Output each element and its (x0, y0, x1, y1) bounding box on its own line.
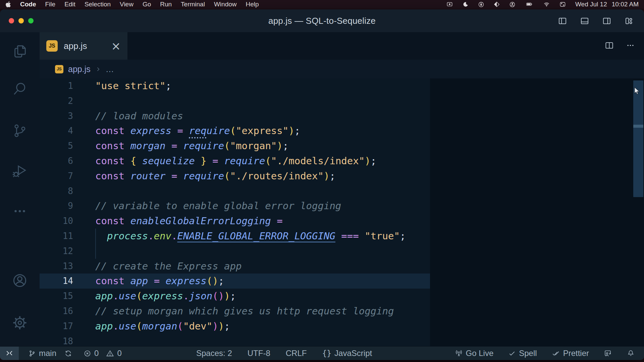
spell-status[interactable]: Spell (508, 349, 537, 358)
run-debug-icon[interactable] (0, 162, 40, 180)
code-text: const enableGlobalErrorLogging = (73, 214, 283, 229)
code-line-15[interactable]: 15app.use(express.json()); (40, 289, 644, 304)
tab-appjs[interactable]: JS app.js × (40, 32, 127, 60)
dark-mode-icon[interactable] (463, 1, 469, 7)
breadcrumb-file[interactable]: app.js (68, 64, 91, 74)
sync-icon[interactable] (64, 350, 72, 357)
problems-status[interactable]: 0 0 (84, 349, 122, 358)
menubar-left: CodeFileEditSelectionViewGoRunTerminalWi… (5, 1, 259, 8)
apple-menu-icon[interactable] (5, 1, 11, 8)
statusbar-center: Spaces: 2 UTF-8 CRLF {} JavaScript (196, 347, 372, 360)
menu-item-selection[interactable]: Selection (85, 1, 111, 8)
control-center-icon[interactable] (559, 1, 566, 7)
customize-layout-icon[interactable] (624, 16, 634, 25)
screen-record-icon[interactable] (446, 1, 453, 7)
code-line-2[interactable]: 2 (40, 94, 644, 109)
code-line-11[interactable]: 11 process.env.ENABLE_GLOBAL_ERROR_LOGGI… (40, 229, 644, 244)
code-text (73, 184, 95, 199)
language-status[interactable]: {} JavaScript (322, 349, 372, 358)
wifi-icon[interactable] (543, 1, 550, 7)
menu-item-window[interactable]: Window (214, 1, 237, 8)
toggle-primary-sidebar-icon[interactable] (557, 16, 568, 25)
line-number: 15 (40, 289, 73, 304)
settings-gear-icon[interactable] (0, 313, 40, 332)
menu-item-file[interactable]: File (45, 1, 56, 8)
menubar-clock[interactable]: Wed Jul 12 10:02 AM (575, 1, 639, 8)
indentation-status[interactable]: Spaces: 2 (196, 349, 232, 358)
remote-indicator[interactable] (0, 347, 19, 360)
battery-icon[interactable] (525, 1, 534, 7)
prettier-label: Prettier (563, 349, 589, 358)
code-text: const morgan = require("morgan"); (73, 138, 288, 154)
encoding-status[interactable]: UTF-8 (248, 349, 270, 358)
menu-item-go[interactable]: Go (143, 1, 151, 8)
toggle-panel-icon[interactable] (580, 16, 590, 25)
split-editor-icon[interactable] (604, 41, 614, 51)
editor-scrollbar[interactable] (633, 80, 643, 197)
spell-label: Spell (519, 349, 537, 358)
code-line-17[interactable]: 17app.use(morgan("dev")); (40, 319, 644, 334)
more-editor-actions-icon[interactable] (626, 41, 635, 51)
workbench: JS app.js × JS app.js (0, 32, 644, 347)
javascript-file-icon: JS (46, 40, 58, 52)
git-branch-status[interactable]: main (28, 349, 56, 358)
menu-item-run[interactable]: Run (160, 1, 172, 8)
code-line-3[interactable]: 3// load modules (40, 109, 644, 124)
error-icon (84, 350, 91, 357)
code-text (73, 244, 95, 259)
code-line-18[interactable]: 18 (40, 334, 644, 347)
line-number: 16 (40, 304, 73, 319)
scrollbar-marker (633, 125, 643, 128)
account-icon[interactable] (0, 271, 40, 290)
vpn-lock-icon[interactable] (478, 1, 484, 8)
code-text (73, 94, 95, 109)
broadcast-icon (455, 349, 463, 357)
code-line-16[interactable]: 16// setup morgan which gives us http re… (40, 304, 644, 319)
warning-icon (106, 350, 114, 357)
breadcrumb-symbol-more[interactable]: … (106, 64, 115, 74)
prettier-status[interactable]: Prettier (552, 349, 589, 358)
menu-item-view[interactable]: View (120, 1, 133, 8)
branch-name: main (39, 349, 56, 358)
go-live-status[interactable]: Go Live (455, 349, 494, 358)
activity-bar (0, 32, 40, 347)
display-prism-icon[interactable] (494, 1, 500, 7)
code-text: // variable to enable global error loggi… (73, 198, 341, 214)
search-icon[interactable] (0, 79, 40, 98)
menu-item-edit[interactable]: Edit (64, 1, 75, 8)
statusbar-left: main 0 0 (0, 347, 122, 360)
code-line-4[interactable]: 4const express = require("express"); (40, 123, 644, 138)
user-icon[interactable] (509, 1, 516, 8)
code-line-14[interactable]: 14const app = express(); (40, 274, 644, 289)
toggle-secondary-sidebar-icon[interactable] (602, 16, 612, 25)
code-editor[interactable]: 1"use strict";23// load modules4const ex… (40, 78, 644, 347)
code-text: app.use(morgan("dev")); (73, 319, 230, 334)
explorer-icon[interactable] (0, 42, 40, 61)
notifications-bell-icon[interactable] (627, 349, 635, 357)
code-line-10[interactable]: 10const enableGlobalErrorLogging = (40, 214, 644, 229)
eol-status[interactable]: CRLF (286, 349, 307, 358)
line-number: 18 (40, 334, 73, 347)
editor-actions (604, 32, 635, 60)
source-control-icon[interactable] (0, 121, 40, 140)
tab-label: app.js (64, 41, 87, 51)
window-titlebar[interactable]: app.js — SQL-to-Sequelize (0, 9, 644, 32)
code-text: // create the Express app (73, 259, 242, 274)
code-line-6[interactable]: 6const { sequelize } = require("./models… (40, 154, 644, 169)
line-number: 12 (40, 244, 73, 259)
menu-item-help[interactable]: Help (246, 1, 259, 8)
code-line-13[interactable]: 13// create the Express app (40, 259, 644, 274)
menu-item-terminal[interactable]: Terminal (181, 1, 205, 8)
tab-close-icon[interactable]: × (111, 40, 121, 52)
menubar-date: Wed Jul 12 (575, 1, 607, 8)
code-line-12[interactable]: 12 (40, 244, 644, 259)
code-line-1[interactable]: 1"use strict"; (40, 78, 644, 94)
code-line-7[interactable]: 7const router = require("./routes/index"… (40, 169, 644, 184)
tab-bar: JS app.js × (40, 32, 644, 60)
menu-item-code[interactable]: Code (20, 1, 36, 8)
more-actions-icon[interactable] (0, 202, 40, 221)
code-line-5[interactable]: 5const morgan = require("morgan"); (40, 138, 644, 154)
code-line-9[interactable]: 9// variable to enable global error logg… (40, 198, 644, 214)
code-line-8[interactable]: 8 (40, 184, 644, 199)
feedback-icon[interactable] (604, 349, 612, 357)
